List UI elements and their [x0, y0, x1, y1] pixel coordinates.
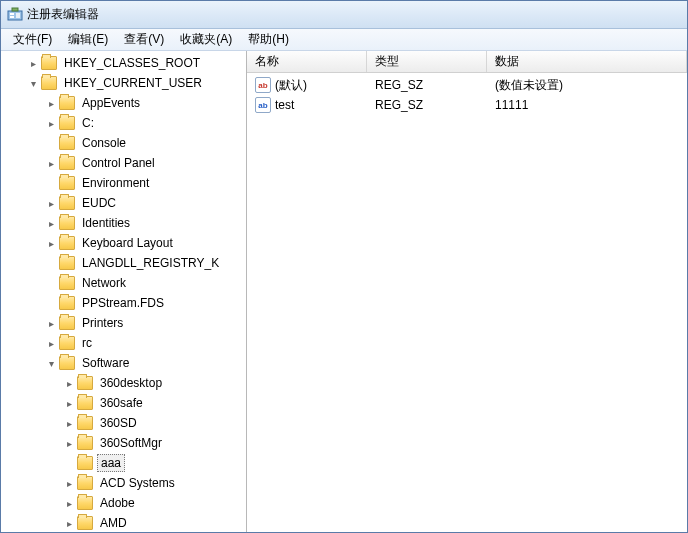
expand-icon[interactable]: ▸ — [63, 437, 75, 449]
menu-edit[interactable]: 编辑(E) — [60, 29, 116, 50]
expand-icon[interactable]: ▸ — [45, 237, 57, 249]
expand-icon[interactable]: ▸ — [45, 217, 57, 229]
tree-node-label[interactable]: Printers — [79, 315, 126, 331]
menu-bar: 文件(F) 编辑(E) 查看(V) 收藏夹(A) 帮助(H) — [1, 29, 687, 51]
tree-node-label[interactable]: Network — [79, 275, 129, 291]
tree-node[interactable]: ▸360desktop — [1, 373, 246, 393]
folder-icon — [77, 456, 93, 470]
value-name: test — [275, 98, 294, 112]
folder-icon — [59, 316, 75, 330]
tree-node-label[interactable]: ACD Systems — [97, 475, 178, 491]
menu-view[interactable]: 查看(V) — [116, 29, 172, 50]
tree-node-label[interactable]: AMD — [97, 515, 130, 531]
tree-node-label[interactable]: Environment — [79, 175, 152, 191]
column-data[interactable]: 数据 — [487, 51, 687, 72]
tree-node-label[interactable]: Control Panel — [79, 155, 158, 171]
tree-node-label[interactable]: rc — [79, 335, 95, 351]
list-header: 名称 类型 数据 — [247, 51, 687, 73]
tree-node-label[interactable]: 360SoftMgr — [97, 435, 165, 451]
tree-node[interactable]: ▸AMD — [1, 513, 246, 532]
tree-node[interactable]: ▾HKEY_CURRENT_USER — [1, 73, 246, 93]
tree-node[interactable]: ▸Adobe — [1, 493, 246, 513]
tree-node-label[interactable]: C: — [79, 115, 97, 131]
window-title: 注册表编辑器 — [27, 6, 99, 23]
tree-node-label[interactable]: HKEY_CURRENT_USER — [61, 75, 205, 91]
tree-node[interactable]: Network — [1, 273, 246, 293]
folder-icon — [77, 396, 93, 410]
tree-node[interactable]: Environment — [1, 173, 246, 193]
tree-node[interactable]: ▸Printers — [1, 313, 246, 333]
column-name[interactable]: 名称 — [247, 51, 367, 72]
tree-node-label[interactable]: LANGDLL_REGISTRY_K — [79, 255, 222, 271]
tree-node[interactable]: Console — [1, 133, 246, 153]
folder-icon — [59, 336, 75, 350]
tree-node[interactable]: ▸EUDC — [1, 193, 246, 213]
list-row[interactable]: abtestREG_SZ11111 — [247, 95, 687, 115]
tree-node-label[interactable]: Keyboard Layout — [79, 235, 176, 251]
list-body[interactable]: ab(默认)REG_SZ(数值未设置)abtestREG_SZ11111 — [247, 73, 687, 532]
tree-node-label[interactable]: PPStream.FDS — [79, 295, 167, 311]
expand-icon[interactable]: ▸ — [63, 517, 75, 529]
svg-rect-2 — [10, 16, 14, 18]
list-row[interactable]: ab(默认)REG_SZ(数值未设置) — [247, 75, 687, 95]
tree-node-label[interactable]: Identities — [79, 215, 133, 231]
tree-node-label[interactable]: 360desktop — [97, 375, 165, 391]
tree-node[interactable]: LANGDLL_REGISTRY_K — [1, 253, 246, 273]
expand-icon[interactable]: ▸ — [45, 337, 57, 349]
folder-icon — [77, 376, 93, 390]
value-data: 11111 — [487, 98, 687, 112]
tree-node-label[interactable]: 360SD — [97, 415, 140, 431]
tree-node[interactable]: ▸ACD Systems — [1, 473, 246, 493]
expand-icon[interactable]: ▸ — [45, 157, 57, 169]
expand-icon[interactable]: ▸ — [45, 97, 57, 109]
tree-node[interactable]: ▸C: — [1, 113, 246, 133]
expand-icon[interactable]: ▸ — [63, 497, 75, 509]
binary-value-icon: ab — [255, 97, 271, 113]
expand-icon[interactable]: ▸ — [27, 57, 39, 69]
tree-node[interactable]: ▸360safe — [1, 393, 246, 413]
tree-node-label[interactable]: Software — [79, 355, 132, 371]
folder-icon — [77, 436, 93, 450]
tree-node[interactable]: ▸HKEY_CLASSES_ROOT — [1, 53, 246, 73]
expand-icon[interactable]: ▸ — [63, 377, 75, 389]
menu-file[interactable]: 文件(F) — [5, 29, 60, 50]
tree-node[interactable]: ▾Software — [1, 353, 246, 373]
tree-node[interactable]: ▸Keyboard Layout — [1, 233, 246, 253]
menu-favorites[interactable]: 收藏夹(A) — [172, 29, 240, 50]
svg-rect-4 — [12, 8, 18, 11]
tree-node[interactable]: ▸rc — [1, 333, 246, 353]
collapse-icon[interactable]: ▾ — [27, 77, 39, 89]
tree-node[interactable]: ▸Control Panel — [1, 153, 246, 173]
expand-icon[interactable]: ▸ — [63, 397, 75, 409]
expand-icon[interactable]: ▸ — [45, 117, 57, 129]
tree-node-label[interactable]: 360safe — [97, 395, 146, 411]
tree-node-label[interactable]: AppEvents — [79, 95, 143, 111]
folder-icon — [77, 476, 93, 490]
tree-pane[interactable]: ▸HKEY_CLASSES_ROOT▾HKEY_CURRENT_USER▸App… — [1, 51, 247, 532]
menu-help[interactable]: 帮助(H) — [240, 29, 297, 50]
expand-icon[interactable]: ▸ — [45, 197, 57, 209]
svg-rect-1 — [10, 13, 14, 15]
tree-node[interactable]: ▸Identities — [1, 213, 246, 233]
expand-icon[interactable]: ▸ — [63, 417, 75, 429]
app-icon — [7, 7, 23, 23]
column-type[interactable]: 类型 — [367, 51, 487, 72]
tree-node[interactable]: PPStream.FDS — [1, 293, 246, 313]
tree-node[interactable]: ▸360SoftMgr — [1, 433, 246, 453]
expand-icon[interactable]: ▸ — [63, 477, 75, 489]
svg-rect-3 — [16, 13, 20, 18]
tree-node-label[interactable]: aaa — [97, 454, 125, 472]
tree-node-label[interactable]: EUDC — [79, 195, 119, 211]
tree-node-label[interactable]: HKEY_CLASSES_ROOT — [61, 55, 203, 71]
tree-node-label[interactable]: Adobe — [97, 495, 138, 511]
list-pane: 名称 类型 数据 ab(默认)REG_SZ(数值未设置)abtestREG_SZ… — [247, 51, 687, 532]
tree-node[interactable]: ▸360SD — [1, 413, 246, 433]
expand-icon[interactable]: ▸ — [45, 317, 57, 329]
folder-icon — [59, 356, 75, 370]
folder-icon — [59, 276, 75, 290]
tree-node[interactable]: ▸AppEvents — [1, 93, 246, 113]
tree-node-label[interactable]: Console — [79, 135, 129, 151]
folder-icon — [59, 156, 75, 170]
tree-node[interactable]: aaa — [1, 453, 246, 473]
collapse-icon[interactable]: ▾ — [45, 357, 57, 369]
